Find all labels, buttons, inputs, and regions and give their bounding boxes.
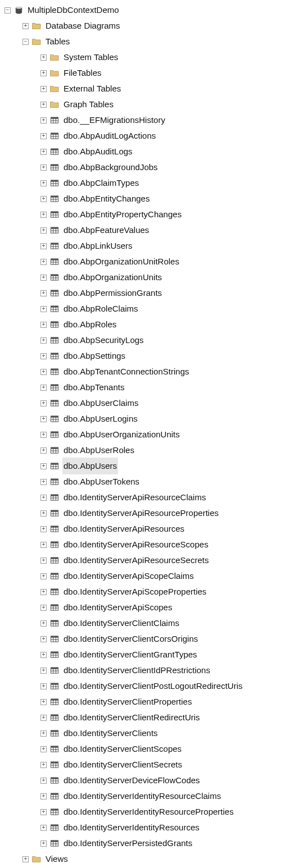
tree-node-table[interactable]: +dbo.IdentityServerClientIdPRestrictions bbox=[0, 663, 290, 678]
tree-node-table[interactable]: +dbo.AbpFeatureValues bbox=[0, 222, 290, 238]
expand-icon[interactable]: + bbox=[40, 652, 47, 658]
expand-icon[interactable]: + bbox=[40, 259, 47, 265]
tree-node-table[interactable]: +dbo.AbpEntityPropertyChanges bbox=[0, 207, 290, 222]
expand-icon[interactable]: + bbox=[22, 23, 29, 29]
expand-icon[interactable]: + bbox=[40, 337, 47, 344]
tree-node-table[interactable]: +dbo.AbpTenantConnectionStrings bbox=[0, 364, 290, 380]
tree-node-table[interactable]: +dbo.IdentityServerDeviceFlowCodes bbox=[0, 773, 290, 788]
expand-icon[interactable]: + bbox=[40, 778, 47, 784]
expand-icon[interactable]: + bbox=[40, 840, 47, 847]
tree-node-table[interactable]: +dbo.AbpSecurityLogs bbox=[0, 332, 290, 348]
expand-icon[interactable]: + bbox=[40, 620, 47, 627]
tree-node-table[interactable]: +dbo.AbpUserLogins bbox=[0, 411, 290, 427]
expand-icon[interactable]: + bbox=[40, 463, 47, 469]
tree-node-table[interactable]: +dbo.IdentityServerIdentityResourcePrope… bbox=[0, 804, 290, 820]
expand-icon[interactable]: + bbox=[40, 730, 47, 737]
expand-icon[interactable]: + bbox=[40, 589, 47, 595]
expand-icon[interactable]: + bbox=[40, 165, 47, 171]
expand-icon[interactable]: + bbox=[40, 322, 47, 328]
expand-icon[interactable]: + bbox=[40, 558, 47, 564]
tree-node-table[interactable]: +dbo.AbpAuditLogs bbox=[0, 144, 290, 159]
expand-icon[interactable]: + bbox=[40, 573, 47, 579]
tree-node-table[interactable]: +dbo.IdentityServerApiScopeClaims bbox=[0, 568, 290, 584]
tree-node-table[interactable]: +dbo.AbpUserClaims bbox=[0, 395, 290, 411]
tree-node-table[interactable]: +dbo.AbpClaimTypes bbox=[0, 175, 290, 191]
expand-icon[interactable]: + bbox=[40, 290, 47, 296]
tree-node-table[interactable]: +dbo.IdentityServerClientProperties bbox=[0, 694, 290, 710]
tree-node-table[interactable]: +dbo.IdentityServerClientRedirectUris bbox=[0, 710, 290, 725]
expand-icon[interactable]: + bbox=[40, 636, 47, 642]
expand-icon[interactable]: + bbox=[40, 605, 47, 611]
tree-node-folder[interactable]: − Tables bbox=[0, 34, 290, 49]
tree-node-table[interactable]: +dbo.AbpEntityChanges bbox=[0, 191, 290, 207]
expand-icon[interactable]: + bbox=[40, 227, 47, 234]
tree-node-table[interactable]: +dbo.AbpRoleClaims bbox=[0, 301, 290, 317]
expand-icon[interactable]: + bbox=[40, 432, 47, 438]
tree-node-table[interactable]: +dbo.IdentityServerApiResourceSecrets bbox=[0, 552, 290, 568]
expand-icon[interactable]: + bbox=[40, 400, 47, 406]
expand-icon[interactable]: + bbox=[40, 809, 47, 815]
expand-icon[interactable]: + bbox=[40, 825, 47, 831]
expand-icon[interactable]: + bbox=[40, 102, 47, 108]
tree-node-table[interactable]: +dbo.IdentityServerApiResources bbox=[0, 521, 290, 537]
expand-icon[interactable]: + bbox=[40, 715, 47, 721]
expand-icon[interactable]: + bbox=[40, 70, 47, 76]
expand-icon[interactable]: + bbox=[40, 542, 47, 548]
tree-node-table[interactable]: +dbo.__EFMigrationsHistory bbox=[0, 112, 290, 128]
expand-icon[interactable]: + bbox=[40, 668, 47, 674]
expand-icon[interactable]: + bbox=[22, 856, 29, 862]
expand-icon[interactable]: + bbox=[40, 180, 47, 186]
tree-node-folder[interactable]: +Graph Tables bbox=[0, 97, 290, 112]
tree-node-table[interactable]: +dbo.IdentityServerClientSecrets bbox=[0, 757, 290, 773]
tree-node-table[interactable]: +dbo.AbpOrganizationUnits bbox=[0, 269, 290, 285]
expand-icon[interactable]: + bbox=[40, 369, 47, 375]
collapse-icon[interactable]: − bbox=[4, 7, 11, 13]
tree-node-table[interactable]: +dbo.IdentityServerClientCorsOrigins bbox=[0, 631, 290, 647]
tree-node-table[interactable]: +dbo.AbpAuditLogActions bbox=[0, 128, 290, 144]
tree-node-table[interactable]: +dbo.IdentityServerApiResourceClaims bbox=[0, 490, 290, 505]
tree-node-folder[interactable]: + Views bbox=[0, 851, 290, 867]
expand-icon[interactable]: + bbox=[40, 495, 47, 501]
tree-node-table[interactable]: +dbo.AbpTenants bbox=[0, 380, 290, 395]
expand-icon[interactable]: + bbox=[40, 447, 47, 454]
tree-node-table[interactable]: +dbo.IdentityServerApiResourceProperties bbox=[0, 505, 290, 521]
tree-node-folder[interactable]: +External Tables bbox=[0, 81, 290, 97]
tree-node-table[interactable]: +dbo.AbpPermissionGrants bbox=[0, 285, 290, 301]
tree-node-table[interactable]: +dbo.AbpUserRoles bbox=[0, 442, 290, 458]
expand-icon[interactable]: + bbox=[40, 212, 47, 218]
tree-node-table[interactable]: +dbo.AbpLinkUsers bbox=[0, 238, 290, 254]
expand-icon[interactable]: + bbox=[40, 149, 47, 155]
tree-node-table[interactable]: +dbo.IdentityServerClientClaims bbox=[0, 615, 290, 631]
tree-node-table[interactable]: +dbo.IdentityServerClientScopes bbox=[0, 741, 290, 757]
tree-node-table[interactable]: +dbo.IdentityServerApiScopes bbox=[0, 600, 290, 615]
expand-icon[interactable]: + bbox=[40, 526, 47, 532]
tree-node-table[interactable]: +dbo.AbpUsers bbox=[0, 458, 290, 474]
tree-node-table[interactable]: +dbo.AbpRoles bbox=[0, 317, 290, 332]
expand-icon[interactable]: + bbox=[40, 762, 47, 768]
tree-node-database[interactable]: − MultipleDbContextDemo bbox=[0, 2, 290, 18]
tree-node-table[interactable]: +dbo.IdentityServerApiScopeProperties bbox=[0, 584, 290, 600]
collapse-icon[interactable]: − bbox=[22, 39, 29, 45]
tree-node-table[interactable]: +dbo.IdentityServerIdentityResourceClaim… bbox=[0, 788, 290, 804]
tree-node-folder[interactable]: + Database Diagrams bbox=[0, 18, 290, 34]
expand-icon[interactable]: + bbox=[40, 385, 47, 391]
tree-node-table[interactable]: +dbo.IdentityServerClients bbox=[0, 725, 290, 741]
tree-node-table[interactable]: +dbo.AbpOrganizationUnitRoles bbox=[0, 254, 290, 269]
expand-icon[interactable]: + bbox=[40, 86, 47, 92]
tree-node-table[interactable]: +dbo.AbpUserOrganizationUnits bbox=[0, 427, 290, 442]
tree-node-table[interactable]: +dbo.AbpUserTokens bbox=[0, 474, 290, 490]
tree-node-folder[interactable]: +FileTables bbox=[0, 65, 290, 81]
tree-node-table[interactable]: +dbo.IdentityServerApiResourceScopes bbox=[0, 537, 290, 552]
tree-node-folder[interactable]: +System Tables bbox=[0, 49, 290, 65]
expand-icon[interactable]: + bbox=[40, 479, 47, 485]
expand-icon[interactable]: + bbox=[40, 746, 47, 752]
tree-node-table[interactable]: +dbo.IdentityServerPersistedGrants bbox=[0, 835, 290, 851]
expand-icon[interactable]: + bbox=[40, 54, 47, 61]
tree-node-table[interactable]: +dbo.IdentityServerIdentityResources bbox=[0, 820, 290, 835]
expand-icon[interactable]: + bbox=[40, 683, 47, 689]
tree-node-table[interactable]: +dbo.IdentityServerClientGrantTypes bbox=[0, 647, 290, 663]
tree-node-table[interactable]: +dbo.AbpBackgroundJobs bbox=[0, 159, 290, 175]
expand-icon[interactable]: + bbox=[40, 133, 47, 139]
tree-node-table[interactable]: +dbo.AbpSettings bbox=[0, 348, 290, 364]
expand-icon[interactable]: + bbox=[40, 275, 47, 281]
